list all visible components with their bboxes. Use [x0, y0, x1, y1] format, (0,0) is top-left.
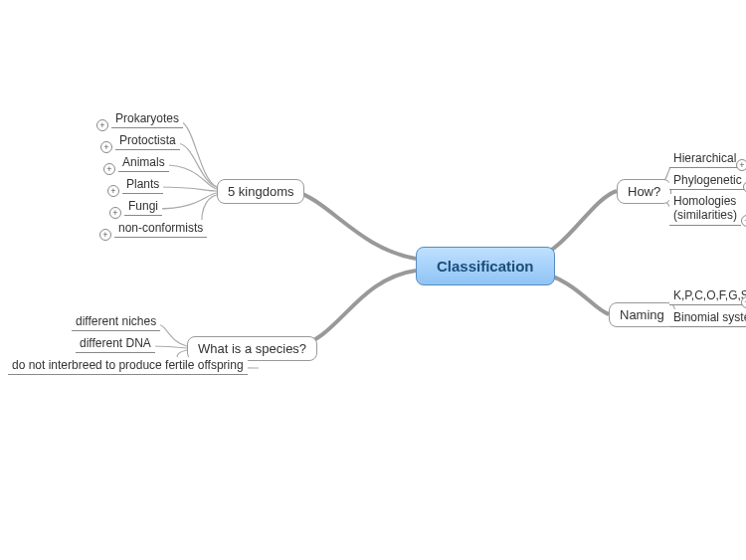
expand-homologies[interactable]: +	[741, 215, 746, 227]
branch-kingdoms[interactable]: 5 kingdoms	[217, 179, 304, 204]
leaf-homologies-line2: (similarities)	[673, 209, 737, 223]
leaf-nonconformists[interactable]: non-conformists	[114, 220, 207, 238]
leaf-kpcofgs[interactable]: K,P,C,O,F,G,S	[669, 287, 746, 305]
leaf-niches[interactable]: different niches	[72, 313, 160, 331]
center-node[interactable]: Classification	[416, 247, 555, 285]
expand-kpcofgs[interactable]: +	[741, 296, 746, 308]
leaf-dna[interactable]: different DNA	[76, 335, 155, 353]
expand-hierarchical[interactable]: +	[736, 159, 746, 171]
leaf-interbreed[interactable]: do not interbreed to produce fertile off…	[8, 357, 248, 375]
expand-protoctista[interactable]: +	[100, 141, 112, 153]
leaf-fungi[interactable]: Fungi	[124, 198, 162, 216]
branch-how[interactable]: How?	[617, 179, 671, 204]
expand-fungi[interactable]: +	[109, 207, 121, 219]
leaf-homologies[interactable]: Homologies (similarities)	[669, 194, 741, 226]
expand-animals[interactable]: +	[103, 163, 115, 175]
leaf-plants[interactable]: Plants	[122, 176, 163, 194]
leaf-animals[interactable]: Animals	[118, 154, 169, 172]
connector-lines	[0, 0, 746, 560]
leaf-hierarchical[interactable]: Hierarchical	[669, 150, 740, 168]
expand-plants[interactable]: +	[107, 185, 119, 197]
expand-prokaryotes[interactable]: +	[96, 119, 108, 131]
leaf-prokaryotes[interactable]: Prokaryotes	[111, 110, 183, 128]
expand-nonconformists[interactable]: +	[99, 229, 111, 241]
branch-naming[interactable]: Naming	[609, 302, 675, 327]
leaf-protoctista[interactable]: Protoctista	[115, 132, 180, 150]
leaf-binomial[interactable]: Binomial system	[669, 309, 746, 327]
leaf-phylogenetic[interactable]: Phylogenetic	[669, 172, 746, 190]
leaf-homologies-line1: Homologies	[673, 195, 737, 209]
